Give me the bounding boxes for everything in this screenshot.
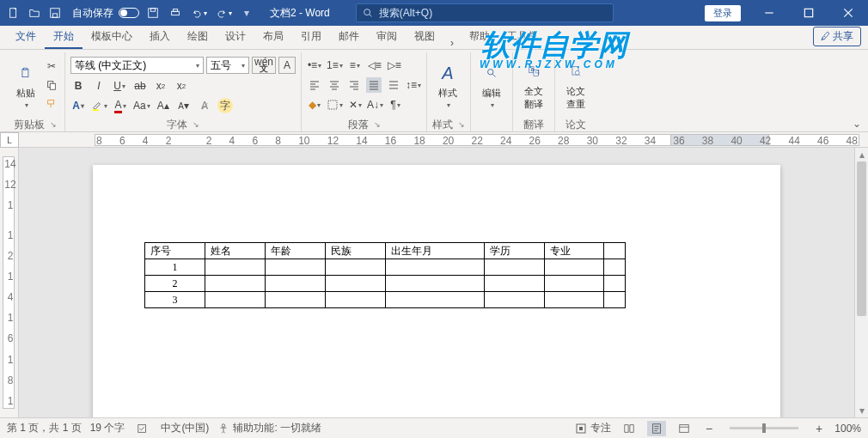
table-cell[interactable] [544,259,604,276]
accessibility-icon[interactable]: 辅助功能: 一切就绪 [217,421,321,435]
underline-icon[interactable]: U▾ [112,78,127,94]
editing-button[interactable]: 编辑 ▾ [476,59,507,111]
table-header-cell[interactable]: 民族 [325,243,385,259]
table-cell[interactable] [544,292,604,308]
decrease-indent-icon[interactable]: ◁≡ [367,58,382,73]
tab-home[interactable]: 开始 [45,24,83,49]
table-header-cell[interactable]: 专业 [544,243,604,259]
window-minimize[interactable] [749,0,789,26]
thesis-check-button[interactable]: 论文 查重 [560,58,591,113]
table-row[interactable]: 3 [145,292,626,308]
qat-save-icon[interactable] [48,6,62,20]
table-cell[interactable] [325,276,385,292]
qat-new-icon[interactable] [7,6,21,20]
font-launcher[interactable]: ↘ [193,120,199,129]
superscript-icon[interactable]: x2 [174,78,189,94]
tab-template[interactable]: 模板中心 [83,24,141,49]
subscript-icon[interactable]: x2 [153,78,168,94]
tab-layout[interactable]: 布局 [254,24,292,49]
char-border-icon[interactable]: A [278,57,296,74]
font-size-combo[interactable]: 五号▾ [206,57,249,74]
table-cell[interactable]: 1 [145,259,205,276]
print-layout-icon[interactable] [647,421,666,436]
share-button[interactable]: 🖊 共享 [813,27,861,46]
table-header-cell[interactable]: 姓名 [205,243,265,259]
qat-customize[interactable]: ▾ [244,7,249,19]
table-header-cell[interactable] [604,243,626,259]
zoom-in[interactable]: + [812,422,826,435]
tab-tools[interactable]: 工具集 [498,24,547,49]
line-spacing-icon[interactable]: ↕≡▾ [406,77,421,93]
font-color-icon[interactable]: A▾ [113,98,128,113]
multilevel-icon[interactable]: ≡▾ [347,58,363,73]
status-wordcount[interactable]: 19 个字 [90,421,125,435]
table-header-cell[interactable]: 序号 [145,243,205,259]
status-language[interactable]: 中文(中国) [161,421,209,435]
table-header-cell[interactable]: 年龄 [265,243,325,259]
table-cell[interactable] [604,292,626,308]
table-cell[interactable] [205,276,265,292]
effects-icon[interactable]: ✕▾ [347,97,363,113]
tab-review[interactable]: 审阅 [368,24,406,49]
table-cell[interactable]: 2 [145,276,205,292]
scroll-thumb[interactable] [857,161,866,316]
tab-references[interactable]: 引用 [292,24,330,49]
tab-overflow[interactable]: › [443,37,461,49]
focus-mode[interactable]: 专注 [575,421,611,435]
table-header-cell[interactable]: 出生年月 [385,243,484,259]
table-cell[interactable] [604,276,626,292]
table-cell[interactable] [604,259,626,276]
qat-open-icon[interactable] [28,6,41,20]
table-row[interactable]: 1 [145,259,626,276]
table-cell[interactable] [385,292,484,308]
styles-button[interactable]: A 样式 ▾ [432,59,463,111]
zoom-level[interactable]: 100% [834,423,861,435]
table-cell[interactable] [265,259,325,276]
numbering-icon[interactable]: 1≡▾ [327,58,343,73]
login-button[interactable]: 登录 [705,5,741,21]
table-cell[interactable] [385,276,484,292]
align-left-icon[interactable] [307,77,322,93]
change-case-icon[interactable]: Aa▾ [133,98,150,113]
translate-button[interactable]: a中 全文 翻译 [518,58,549,113]
table-cell[interactable]: 3 [145,292,205,308]
qat-print-icon[interactable] [168,6,182,20]
search-box[interactable]: 搜索(Alt+Q) [356,3,614,22]
table-cell[interactable] [325,259,385,276]
qat-undo-icon[interactable]: ▾ [191,7,207,19]
copy-icon[interactable] [44,77,59,93]
read-mode-icon[interactable] [620,421,639,436]
status-page[interactable]: 第 1 页，共 1 页 [7,421,82,435]
document-canvas[interactable]: 序号姓名年龄民族出生年月学历专业 123 [19,148,854,417]
table-header-cell[interactable]: 学历 [484,243,544,259]
clear-format-icon[interactable]: A̷ [197,98,212,113]
bullets-icon[interactable]: •≡▾ [307,58,322,73]
sort-icon[interactable]: A↓▾ [367,97,383,113]
qat-save2-icon[interactable] [146,6,160,20]
table-cell[interactable] [385,259,484,276]
window-close[interactable] [828,0,868,26]
shrink-font-icon[interactable]: A▾ [176,98,192,113]
table-cell[interactable] [265,276,325,292]
table-cell[interactable] [265,292,325,308]
borders-icon[interactable]: ▾ [327,97,343,113]
increase-indent-icon[interactable]: ▷≡ [387,58,402,73]
vertical-scrollbar[interactable]: ▴ ▾ [854,148,868,417]
text-effects-icon[interactable]: A▾ [70,98,86,113]
cut-icon[interactable]: ✂ [44,58,59,74]
spellcheck-icon[interactable] [133,421,152,436]
font-name-combo[interactable]: 等线 (中文正文)▾ [70,57,204,74]
tab-design[interactable]: 设计 [217,24,254,49]
align-justify-icon[interactable] [366,77,382,93]
zoom-out[interactable]: − [702,422,716,435]
grow-font-icon[interactable]: A▴ [156,98,171,113]
web-layout-icon[interactable] [675,421,694,436]
page[interactable]: 序号姓名年龄民族出生年月学历专业 123 [93,165,780,417]
bold-icon[interactable]: B [70,78,86,94]
table-cell[interactable] [325,292,385,308]
tab-insert[interactable]: 插入 [141,24,179,49]
tab-view[interactable]: 视图 [406,24,443,49]
scroll-down-icon[interactable]: ▾ [855,404,868,417]
table-row[interactable]: 2 [145,276,626,292]
enclose-char-icon[interactable]: 字 [217,98,233,113]
